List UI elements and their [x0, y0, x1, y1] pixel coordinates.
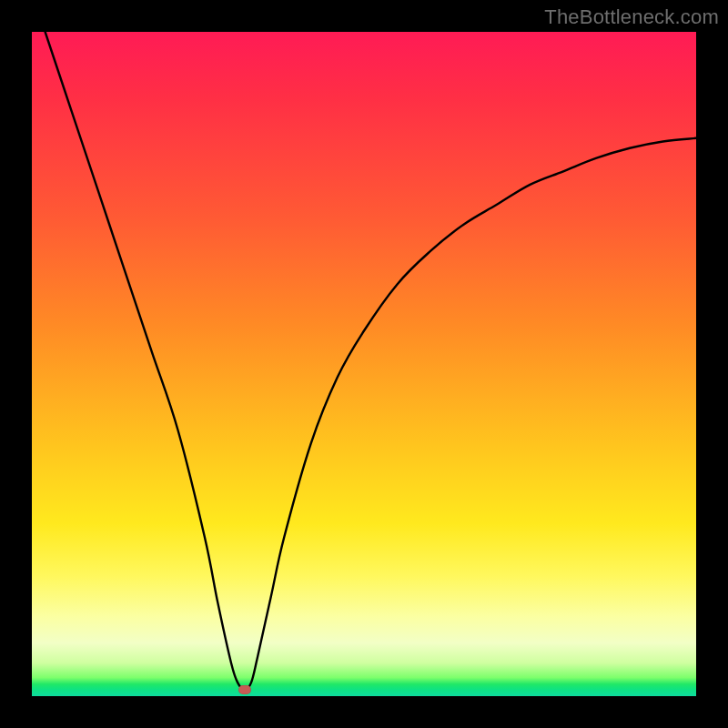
watermark-text: TheBottleneck.com [544, 5, 719, 29]
plot-area [32, 32, 696, 696]
chart-frame: TheBottleneck.com [0, 0, 728, 728]
bottleneck-curve [32, 32, 696, 696]
optimal-point-marker [238, 685, 251, 694]
